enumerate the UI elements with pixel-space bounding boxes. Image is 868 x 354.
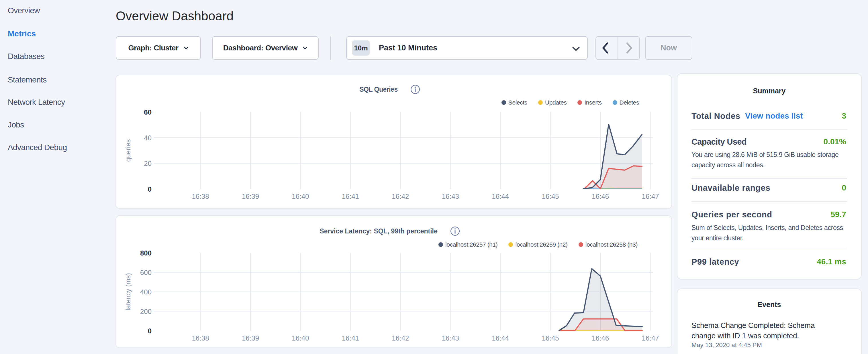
svg-text:16:40: 16:40 [292,192,309,200]
svg-text:16:45: 16:45 [542,334,559,342]
svg-text:16:38: 16:38 [192,192,209,200]
svg-text:16:45: 16:45 [542,192,559,200]
svg-text:16:42: 16:42 [392,334,409,342]
svg-text:16:40: 16:40 [292,334,309,342]
svg-text:16:39: 16:39 [242,192,259,200]
svg-text:16:41: 16:41 [342,192,359,200]
svg-text:20: 20 [144,160,152,167]
svg-text:16:44: 16:44 [492,334,509,342]
svg-text:queries: queries [124,139,132,162]
svg-text:latency (ms): latency (ms) [124,273,132,311]
svg-text:16:38: 16:38 [192,334,209,342]
svg-text:16:43: 16:43 [442,192,459,200]
svg-text:16:46: 16:46 [592,334,609,342]
svg-text:16:47: 16:47 [642,192,659,200]
svg-text:16:39: 16:39 [242,334,259,342]
svg-text:16:47: 16:47 [642,334,659,342]
svg-text:200: 200 [140,308,152,315]
svg-text:0: 0 [148,185,152,193]
svg-text:600: 600 [140,269,152,277]
svg-text:40: 40 [144,134,152,142]
svg-text:0: 0 [148,327,152,335]
svg-text:16:43: 16:43 [442,334,459,342]
svg-text:16:46: 16:46 [592,192,609,200]
svg-text:60: 60 [144,108,152,116]
svg-text:16:44: 16:44 [492,192,509,200]
svg-text:400: 400 [140,288,152,296]
svg-text:16:42: 16:42 [392,192,409,200]
svg-text:16:41: 16:41 [342,334,359,342]
svg-text:800: 800 [140,249,152,257]
